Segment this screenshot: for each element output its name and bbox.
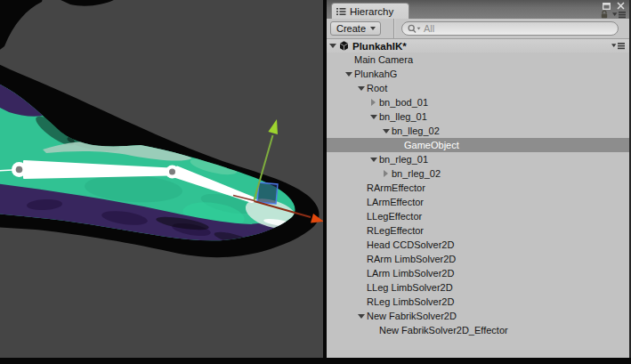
tree-row-label: New FabrikSolver2D_Effector — [379, 325, 508, 336]
y-axis-arrow[interactable] — [268, 119, 278, 134]
foldout-arrow[interactable] — [355, 314, 367, 319]
lock-icon[interactable] — [600, 10, 609, 19]
tree-row[interactable]: RArmEffector — [327, 181, 629, 195]
hierarchy-panel: Hierarchy Create — [327, 0, 631, 358]
tree-row-label: GameObject — [404, 140, 459, 150]
hierarchy-tree: Main CameraPlunkahGRootbn_bod_01bn_lleg_… — [327, 53, 629, 358]
hierarchy-list-icon — [336, 7, 346, 16]
tab-title: Hierarchy — [350, 6, 393, 17]
tree-row[interactable]: bn_rleg_02 — [327, 166, 629, 181]
search-placeholder: All — [424, 23, 434, 34]
tree-row-label: RArmEffector — [367, 182, 425, 193]
foldout-arrow[interactable] — [343, 72, 354, 77]
unity-logo-icon — [338, 40, 350, 52]
toolbar-separator — [393, 19, 394, 38]
tree-row-label: PlunkahG — [354, 69, 397, 79]
foldout-arrow[interactable] — [368, 158, 379, 162]
tree-row[interactable]: bn_bod_01 — [327, 95, 629, 109]
foldout-arrow[interactable] — [380, 170, 392, 177]
foldout-arrow[interactable] — [368, 115, 379, 119]
scene-view[interactable] — [0, 0, 323, 358]
tree-row[interactable]: New FabrikSolver2D — [327, 309, 629, 323]
tree-row[interactable]: Root — [327, 81, 629, 95]
tree-row[interactable]: RLegEffector — [327, 223, 629, 238]
tree-row-label: bn_bod_01 — [379, 97, 428, 108]
pane-menu-icon[interactable] — [611, 42, 625, 50]
tree-row-label: New FabrikSolver2D — [367, 311, 457, 321]
joint-circle-core — [169, 169, 175, 175]
tree-row[interactable]: LArmEffector — [327, 195, 629, 209]
creature-body-silhouette — [0, 0, 44, 53]
scene-name: PlunkahIK* — [352, 41, 407, 52]
close-icon[interactable] — [617, 2, 625, 10]
tree-row[interactable]: LLegEffector — [327, 209, 629, 223]
foldout-arrow[interactable] — [368, 99, 379, 106]
tree-row-label: RLeg LimbSolver2D — [367, 296, 454, 307]
scene-foldout-arrow[interactable] — [327, 44, 338, 48]
create-button[interactable]: Create — [330, 21, 381, 36]
tree-row[interactable]: bn_lleg_02 — [327, 124, 629, 138]
tree-row-label: LLeg LimbSolver2D — [367, 282, 453, 293]
tree-row-label: LLegEffector — [367, 211, 422, 222]
tree-row[interactable]: bn_rleg_01 — [327, 152, 629, 166]
foldout-arrow[interactable] — [380, 129, 392, 133]
tree-row-label: RArm LimbSolver2D — [367, 254, 456, 264]
hierarchy-toolbar: Create All — [327, 19, 629, 38]
search-icon — [408, 24, 421, 34]
tree-row[interactable]: RLeg LimbSolver2D — [327, 295, 629, 309]
tree-row[interactable]: bn_lleg_01 — [327, 109, 629, 124]
maximize-icon[interactable] — [603, 3, 611, 10]
tree-row[interactable]: Head CCDSolver2D — [327, 238, 629, 252]
foldout-arrow[interactable] — [355, 86, 367, 91]
pane-menu-icon[interactable] — [612, 11, 626, 19]
tree-row[interactable]: GameObject — [327, 138, 629, 152]
tab-hierarchy[interactable]: Hierarchy — [331, 3, 409, 19]
joint-circle-core — [16, 166, 23, 174]
create-button-label: Create — [336, 23, 366, 34]
tree-row-label: LArmEffector — [367, 197, 424, 207]
tree-row[interactable]: New FabrikSolver2D_Effector — [327, 323, 629, 337]
tree-row[interactable]: Main Camera — [327, 53, 629, 67]
xy-plane-handle[interactable] — [257, 182, 278, 204]
tree-row[interactable]: RArm LimbSolver2D — [327, 252, 629, 266]
scene-view-canvas — [0, 0, 323, 358]
tree-row-label: bn_lleg_02 — [392, 125, 440, 136]
tab-strip: Hierarchy — [327, 0, 629, 19]
tree-row[interactable]: LLeg LimbSolver2D — [327, 280, 629, 295]
tree-row-label: Head CCDSolver2D — [367, 239, 454, 250]
tree-row-label: Root — [367, 83, 387, 93]
tree-row[interactable]: PlunkahG — [327, 67, 629, 81]
window-controls — [603, 2, 625, 10]
tree-row-label: RLegEffector — [367, 225, 424, 236]
tree-row-label: bn_rleg_02 — [392, 168, 441, 179]
tree-row[interactable]: LArm LimbSolver2D — [327, 266, 629, 280]
search-field[interactable]: All — [401, 21, 619, 36]
tree-row-label: bn_rleg_01 — [379, 154, 428, 165]
tree-row-label: Main Camera — [354, 54, 413, 65]
tab-controls — [600, 10, 626, 19]
tree-row-label: LArm LimbSolver2D — [367, 268, 454, 279]
chevron-down-icon — [370, 27, 376, 30]
scene-header[interactable]: PlunkahIK* — [327, 38, 629, 53]
creature-body-silhouette — [59, 0, 122, 6]
tree-row-label: bn_lleg_01 — [379, 111, 427, 122]
